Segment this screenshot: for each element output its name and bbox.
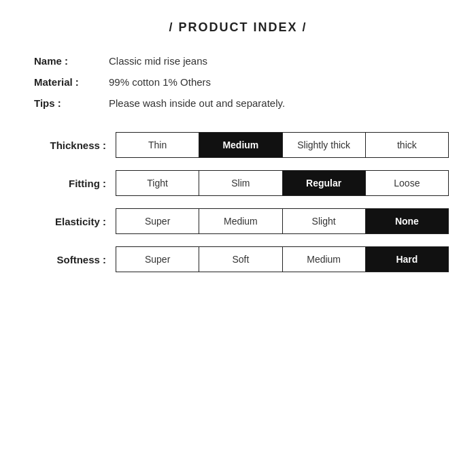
option-elasticity-1[interactable]: Medium [199, 209, 282, 233]
material-label: Material : [34, 76, 109, 88]
option-softness-1[interactable]: Soft [199, 247, 282, 272]
material-value: 99% cotton 1% Others [109, 76, 211, 88]
options-bar-elasticity: SuperMediumSlightNone [116, 208, 449, 234]
tips-row: Tips : Please wash inside out and separa… [34, 97, 449, 109]
index-label-thickness: Thickness : [27, 140, 116, 151]
option-thickness-1[interactable]: Medium [199, 133, 282, 157]
index-section-fitting: Fitting :TightSlimRegularLoose [27, 170, 449, 196]
name-label: Name : [34, 55, 109, 67]
material-row: Material : 99% cotton 1% Others [34, 76, 449, 88]
options-bar-fitting: TightSlimRegularLoose [116, 170, 449, 196]
product-info: Name : Classic mid rise jeans Material :… [27, 55, 449, 118]
option-fitting-3[interactable]: Loose [366, 171, 448, 195]
option-softness-2[interactable]: Medium [283, 247, 366, 272]
index-row-elasticity: Elasticity :SuperMediumSlightNone [27, 208, 449, 234]
tips-value: Please wash inside out and separately. [109, 97, 285, 109]
index-row-softness: Softness :SuperSoftMediumHard [27, 246, 449, 272]
option-fitting-0[interactable]: Tight [116, 171, 199, 195]
index-label-fitting: Fitting : [27, 178, 116, 189]
name-row: Name : Classic mid rise jeans [34, 55, 449, 67]
options-bar-thickness: ThinMediumSlightly thickthick [116, 132, 449, 158]
index-row-fitting: Fitting :TightSlimRegularLoose [27, 170, 449, 196]
option-elasticity-3[interactable]: None [366, 209, 448, 233]
option-fitting-2[interactable]: Regular [283, 171, 366, 195]
option-softness-3[interactable]: Hard [366, 247, 448, 272]
option-thickness-0[interactable]: Thin [116, 133, 199, 157]
index-row-thickness: Thickness :ThinMediumSlightly thickthick [27, 132, 449, 158]
name-value: Classic mid rise jeans [109, 55, 207, 67]
option-fitting-1[interactable]: Slim [199, 171, 282, 195]
option-elasticity-0[interactable]: Super [116, 209, 199, 233]
option-thickness-2[interactable]: Slightly thick [283, 133, 366, 157]
index-section-softness: Softness :SuperSoftMediumHard [27, 246, 449, 272]
option-elasticity-2[interactable]: Slight [283, 209, 366, 233]
options-bar-softness: SuperSoftMediumHard [116, 246, 449, 272]
index-label-softness: Softness : [27, 254, 116, 265]
index-section-elasticity: Elasticity :SuperMediumSlightNone [27, 208, 449, 234]
option-thickness-3[interactable]: thick [366, 133, 448, 157]
tips-label: Tips : [34, 97, 109, 109]
index-section-thickness: Thickness :ThinMediumSlightly thickthick [27, 132, 449, 158]
indices-container: Thickness :ThinMediumSlightly thickthick… [27, 132, 449, 284]
option-softness-0[interactable]: Super [116, 247, 199, 272]
index-label-elasticity: Elasticity : [27, 216, 116, 227]
page-title: / PRODUCT INDEX / [169, 20, 307, 35]
